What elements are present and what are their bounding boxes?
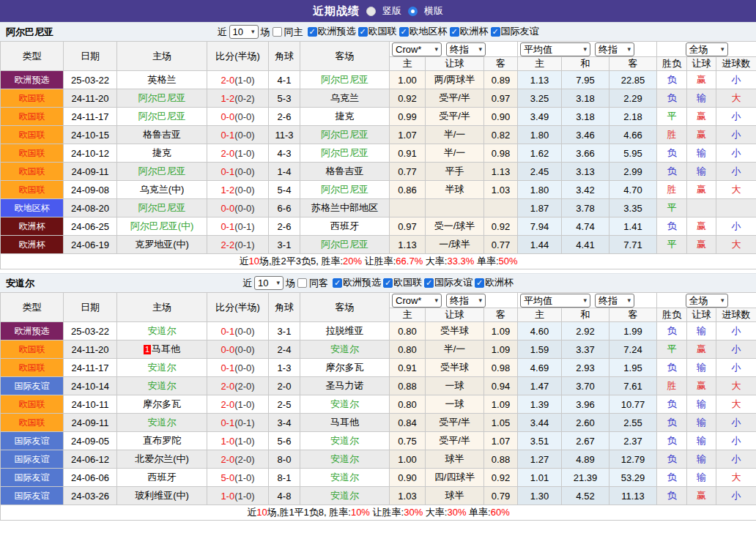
away-team-link[interactable]: 阿尔巴尼亚 [321,129,368,140]
away-team-link[interactable]: 西班牙 [330,220,359,231]
away-team-cell: 安道尔 [300,487,390,505]
home-team-link[interactable]: 马耳他 [152,343,180,354]
score-cell: 0-1(0-1) [207,217,269,236]
away-team-link[interactable]: 乌克兰 [330,92,359,103]
corner-cell: 4-3 [269,144,300,163]
league-checkbox[interactable] [450,27,459,37]
away-team-link[interactable]: 安道尔 [330,398,359,409]
league-checkbox[interactable] [475,278,484,288]
avg-home-odds-cell: 7.94 [518,217,562,236]
euro-avg-select[interactable]: 平均值▾ [520,294,590,308]
away-team-link[interactable]: 阿尔巴尼亚 [321,184,368,195]
home-team-link[interactable]: 安道尔 [148,325,177,336]
home-team-link[interactable]: 玻利维亚(中) [135,490,189,501]
euro-avg-select[interactable]: 平均值▾ [520,42,590,56]
away-team-link[interactable]: 苏格兰中部地区 [311,202,378,213]
recent-count-select[interactable]: 10▾ [254,276,284,290]
away-team-link[interactable]: 安道尔 [330,472,359,483]
away-team-link[interactable]: 安道尔 [330,343,359,354]
summary-row: 近10场,胜1平1负8, 胜率:10% 让胜率:30% 大率:30% 单率:60… [1,505,756,521]
full-match-select[interactable]: 全场▾ [686,42,728,56]
result-wdl-cell: 负 [657,395,687,414]
match-date-cell: 24-09-11 [64,163,117,181]
handicap-home-odds-cell: 0.86 [390,181,426,199]
home-team-link[interactable]: 安道尔 [148,362,177,373]
euro-final-select[interactable]: 终指▾ [595,294,634,308]
home-team-link[interactable]: 摩尔多瓦 [143,398,181,409]
match-type-cell: 国际友谊 [1,377,64,395]
home-team-link[interactable]: 乌克兰(中) [140,184,185,195]
match-date-cell: 24-11-20 [64,89,117,108]
result-wdl-cell: 平 [657,340,687,359]
handicap-source-select[interactable]: Crow*▾ [392,294,442,308]
home-team-link[interactable]: 安道尔 [148,380,177,391]
result-handicap-cell: 赢 [687,217,716,236]
home-team-link[interactable]: 北爱尔兰(中) [135,453,189,464]
league-checkbox[interactable] [424,278,434,288]
euro-final-select[interactable]: 终指▾ [595,42,634,56]
away-team-link[interactable]: 阿尔巴尼亚 [321,74,368,85]
league-checkbox[interactable] [308,27,317,37]
league-checkbox[interactable] [358,27,368,37]
home-team-link[interactable]: 阿尔巴尼亚 [138,165,186,176]
result-goals-cell: 小 [716,126,756,144]
league-checkbox[interactable] [383,278,393,288]
away-team-link[interactable]: 安道尔 [330,453,359,464]
away-team-link[interactable]: 捷克 [336,111,355,122]
handicap-final-select[interactable]: 终指▾ [446,294,486,308]
games-label: 场 [261,26,270,39]
match-type-cell: 欧国联 [1,163,64,181]
league-checkbox[interactable] [399,27,409,37]
away-team-link[interactable]: 摩尔多瓦 [326,362,364,373]
away-team-link[interactable]: 格鲁吉亚 [326,165,364,176]
vertical-layout-radio[interactable] [366,7,376,16]
home-team-cell: 安道尔 [117,414,207,432]
handicap-source-select[interactable]: Crow*▾ [392,42,442,56]
home-team-link[interactable]: 安道尔 [148,417,177,428]
corner-cell: 5-4 [269,181,300,199]
home-team-link[interactable]: 直布罗陀 [143,435,181,446]
away-team-link[interactable]: 马耳他 [330,417,359,428]
away-team-link[interactable]: 圣马力诺 [326,380,364,391]
avg-away-odds-cell: 7.61 [609,377,657,395]
home-team-link[interactable]: 阿尔巴尼亚 [138,111,186,122]
handicap-line-cell: 球半 [426,487,484,505]
summary-text: 10 [248,256,259,267]
league-checkbox[interactable] [333,278,342,288]
same-away-checkbox[interactable] [297,278,307,288]
home-team-link[interactable]: 阿尔巴尼亚(中) [130,220,194,231]
score-cell: 1-0(1-0) [207,487,269,505]
halftime-score: (1-0) [234,399,254,410]
handicap-line-cell: 受一/球半 [426,217,484,236]
halftime-score: (1-0) [234,75,254,86]
sub-header-home-odds: 主 [390,308,426,322]
full-match-select[interactable]: 全场▾ [686,294,728,308]
avg-draw-odds-cell: 3.18 [562,108,609,126]
home-team-link[interactable]: 捷克 [152,147,171,158]
away-team-link[interactable]: 阿尔巴尼亚 [321,147,368,158]
away-team-link[interactable]: 阿尔巴尼亚 [321,239,368,250]
home-team-link[interactable]: 克罗地亚(中) [135,239,189,250]
home-team-link[interactable]: 阿尔巴尼亚 [138,202,186,213]
recent-count-select[interactable]: 10▾ [229,25,259,39]
home-team-link[interactable]: 阿尔巴尼亚 [138,92,186,103]
home-team-link[interactable]: 英格兰 [148,74,177,85]
result-handicap-cell: 输 [687,163,716,181]
avg-draw-odds-cell: 21.39 [562,469,609,487]
league-checkbox[interactable] [491,27,500,37]
fulltime-score: 2-2 [220,239,234,250]
away-team-cell: 摩尔多瓦 [300,359,390,377]
away-team-link[interactable]: 安道尔 [330,435,359,446]
home-team-link[interactable]: 格鲁吉亚 [143,129,181,140]
avg-home-odds-cell: 1.30 [518,487,562,505]
handicap-final-select[interactable]: 终指▾ [446,42,486,56]
avg-home-odds-cell: 1.62 [518,144,562,163]
horizontal-layout-radio[interactable] [408,7,418,16]
home-team-link[interactable]: 西班牙 [148,472,177,483]
same-home-checkbox[interactable] [273,27,282,37]
handicap-away-odds-cell: 1.13 [484,163,518,181]
league-label: 国际友谊 [434,276,472,289]
away-team-link[interactable]: 拉脱维亚 [326,325,364,336]
league-label: 欧国联 [393,276,422,289]
away-team-link[interactable]: 安道尔 [330,490,359,501]
